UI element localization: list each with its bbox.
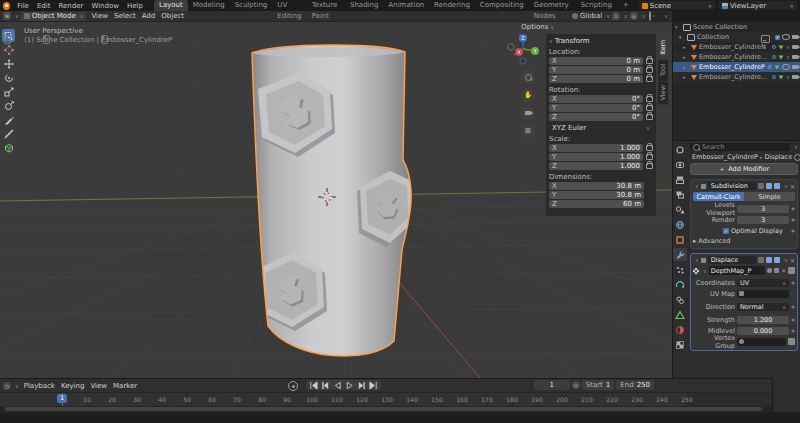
value-slider[interactable]: Y30.8 m xyxy=(549,191,644,199)
shading-solid-button[interactable] xyxy=(653,15,655,17)
hide-viewport-eye-icon[interactable] xyxy=(782,34,790,40)
modifier-name-field[interactable]: Displace xyxy=(708,256,757,264)
properties-tab-texture[interactable] xyxy=(673,338,687,351)
workspace-tab-texture-paint[interactable]: Texture Paint xyxy=(307,0,345,11)
viewlayer-selector[interactable]: ViewLayer ✕ xyxy=(719,1,797,10)
edit-mode-toggle[interactable] xyxy=(758,257,764,263)
menu-file[interactable]: File xyxy=(13,2,33,10)
shading-wireframe-button[interactable] xyxy=(648,11,652,21)
properties-tab-output[interactable] xyxy=(673,173,687,186)
blender-logo-icon[interactable] xyxy=(3,2,10,10)
expand-icon[interactable]: ∨ xyxy=(695,183,699,189)
workspace-tab-compositing[interactable]: Compositing xyxy=(475,0,529,11)
shading-rendered-button[interactable] xyxy=(659,15,661,17)
levels-viewport-field[interactable]: 3 xyxy=(737,205,789,213)
tool-add-cube-button[interactable] xyxy=(2,141,15,154)
disable-render-camera-icon[interactable] xyxy=(792,65,798,69)
camera-view-icon[interactable] xyxy=(521,106,535,120)
tool-move-button[interactable] xyxy=(2,57,15,70)
hide-viewport-icon[interactable]: ∨ xyxy=(786,54,790,60)
invert-vertex-group-icon[interactable] xyxy=(788,338,795,345)
tool-cursor-button[interactable] xyxy=(2,43,15,56)
lock-icon[interactable] xyxy=(646,105,653,111)
hide-viewport-eye-icon[interactable] xyxy=(782,64,790,70)
properties-tab-scene[interactable] xyxy=(673,203,687,216)
value-slider[interactable]: X0° xyxy=(549,95,643,103)
pan-hand-icon[interactable]: ✋ xyxy=(521,88,535,102)
extras-dropdown-icon[interactable]: ∨ xyxy=(784,183,788,189)
sidebar-tab-item[interactable]: Item xyxy=(658,36,668,59)
unlink-icon[interactable]: ✕ xyxy=(781,267,786,274)
timeline-ruler[interactable]: 1 10203040506070809010011012013014015016… xyxy=(0,393,772,406)
outliner-row-collection[interactable]: ▾ Collection ✓ xyxy=(673,32,800,42)
menu-help[interactable]: Help xyxy=(123,2,147,10)
workspace-tab-modeling[interactable]: Modeling xyxy=(188,0,230,11)
next-keyframe-button[interactable] xyxy=(356,381,367,390)
preview-range-clock-icon[interactable]: ◷ xyxy=(572,381,580,389)
simple-button[interactable]: Simple xyxy=(744,192,795,201)
frame-end-field[interactable]: End250 xyxy=(616,380,654,390)
pin-icon[interactable] xyxy=(794,154,800,161)
properties-tab-material[interactable] xyxy=(673,323,687,336)
strength-field[interactable]: 1.200 xyxy=(737,316,789,324)
timeline-menu-view[interactable]: View xyxy=(87,382,110,390)
menu-render[interactable]: Render xyxy=(54,2,87,10)
hide-viewport-icon[interactable]: ∨ xyxy=(786,74,790,80)
outliner-row-embosser-cylindrep-petdeb[interactable]: ▸Embosser_CylindreP_PetDeb⚙∨ xyxy=(673,72,800,82)
current-frame-indicator[interactable]: 1 xyxy=(57,394,67,403)
timeline-menu-keying[interactable]: Keying xyxy=(58,382,88,390)
workspace-tab-sculpting[interactable]: Sculpting xyxy=(230,0,273,11)
properties-tab-view-layer[interactable] xyxy=(673,188,687,201)
shading-material-button[interactable] xyxy=(656,15,658,17)
properties-tab-modifiers[interactable] xyxy=(673,248,687,261)
disable-render-camera-icon[interactable] xyxy=(792,45,798,49)
properties-tab-world[interactable] xyxy=(673,218,687,231)
jump-to-start-button[interactable] xyxy=(308,381,319,390)
coordinates-dropdown[interactable]: UV∨ xyxy=(737,279,789,287)
value-slider[interactable]: X30.8 m xyxy=(549,182,644,190)
viewlayer-remove-icon[interactable]: ✕ xyxy=(790,3,794,9)
browse-texture-icon[interactable] xyxy=(788,267,795,274)
play-button[interactable] xyxy=(344,381,355,390)
workspace-tab-uv-editing[interactable]: UV Editing xyxy=(272,0,306,11)
previous-keyframe-button[interactable] xyxy=(320,381,331,390)
tool-scale-button[interactable] xyxy=(2,85,15,98)
lock-icon[interactable] xyxy=(646,96,653,102)
value-slider[interactable]: Y0 m xyxy=(549,66,643,74)
render-toggle[interactable] xyxy=(774,257,780,263)
rotation-mode-dropdown[interactable]: XYZ Euler∨ xyxy=(549,123,653,132)
delete-modifier-icon[interactable]: ✕ xyxy=(790,183,795,190)
collection-checkbox[interactable]: ✓ xyxy=(775,35,780,40)
tool-annotate-button[interactable] xyxy=(2,113,15,126)
properties-tab-object[interactable] xyxy=(673,233,687,246)
realtime-toggle[interactable] xyxy=(766,257,772,263)
workspace-tab-geometry-nodes[interactable]: Geometry Nodes xyxy=(529,0,576,11)
scene-new-icon[interactable]: ✕ xyxy=(708,3,712,9)
edit-mode-toggle[interactable] xyxy=(758,183,764,189)
value-slider[interactable]: X0 m xyxy=(549,57,643,65)
workspace-tab-animation[interactable]: Animation xyxy=(383,0,429,11)
outliner-row-embosser-cylindren[interactable]: ▸Embosser_CylindreN⚙∨ xyxy=(673,42,800,52)
workspace-tab-layout[interactable]: Layout xyxy=(154,0,188,11)
mode-dropdown[interactable]: Object Mode ∨ xyxy=(21,12,87,21)
properties-tab-tool[interactable] xyxy=(673,143,687,156)
disable-render-camera-icon[interactable] xyxy=(792,75,798,79)
add-modifier-button[interactable]: ＋ Add Modifier xyxy=(690,163,798,175)
uv-map-field[interactable] xyxy=(737,290,789,298)
scene-selector[interactable]: Scene ✕ xyxy=(639,1,715,10)
delete-modifier-icon[interactable]: ✕ xyxy=(790,257,795,264)
timeline-editor-type-icon[interactable]: ◷ xyxy=(3,382,11,390)
frame-start-field[interactable]: Start1 xyxy=(582,380,615,390)
workspace-tab-scripting[interactable]: Scripting xyxy=(576,0,617,11)
proportional-editing-icon[interactable]: ◎ xyxy=(630,12,638,20)
lock-icon[interactable] xyxy=(646,76,653,82)
timeline-menu-marker[interactable]: Marker xyxy=(110,382,140,390)
midlevel-field[interactable]: 0.000 xyxy=(737,327,789,335)
transform-panel-title[interactable]: ∨Transform xyxy=(549,37,653,45)
lock-icon[interactable] xyxy=(646,67,653,73)
sidebar-tab-view[interactable]: View xyxy=(658,81,668,104)
breadcrumb-object[interactable]: Embosser_CylindreP xyxy=(692,153,758,161)
zoom-icon[interactable] xyxy=(521,70,535,84)
navigation-gizmo[interactable]: Z Y X xyxy=(506,32,540,66)
copy-icon[interactable] xyxy=(774,268,779,273)
